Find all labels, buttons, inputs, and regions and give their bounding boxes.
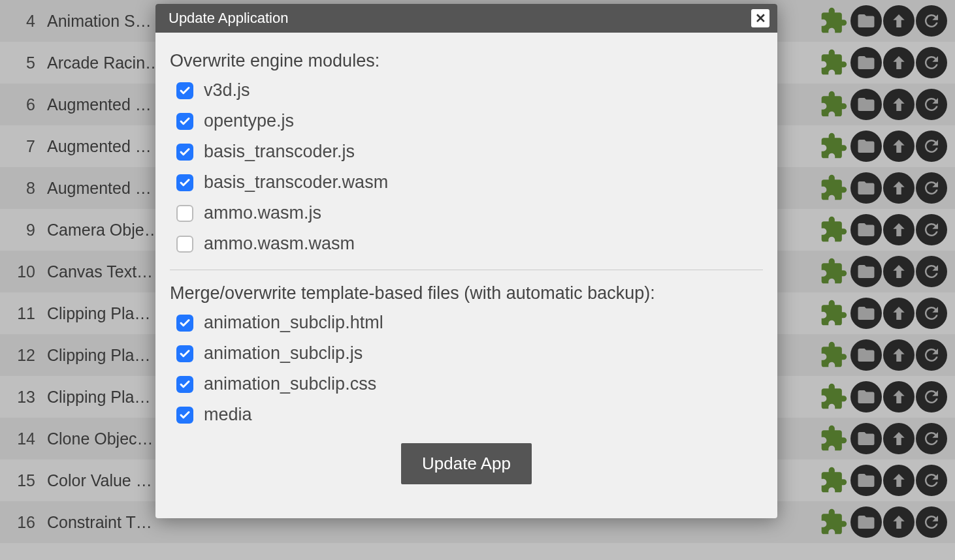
checkbox-label: basis_transcoder.wasm: [204, 172, 388, 193]
checkbox-label: basis_transcoder.js: [204, 142, 355, 162]
modal-header: Update Application ✕: [155, 4, 777, 33]
close-button[interactable]: ✕: [751, 9, 769, 27]
engine-modules-heading: Overwrite engine modules:: [170, 51, 763, 71]
modal-body: Overwrite engine modules: v3d.js opentyp…: [155, 33, 777, 518]
template-file-item[interactable]: media: [176, 405, 763, 425]
update-application-modal: Update Application ✕ Overwrite engine mo…: [155, 4, 777, 518]
engine-modules-list: v3d.js opentype.js basis_transcoder.js b…: [176, 80, 763, 254]
engine-module-item[interactable]: ammo.wasm.js: [176, 203, 763, 223]
checkbox-label: animation_subclip.js: [204, 343, 363, 364]
modal-footer: Update App: [170, 441, 763, 503]
template-file-item[interactable]: animation_subclip.js: [176, 343, 763, 364]
checkbox-label: ammo.wasm.wasm: [204, 234, 355, 254]
checkbox[interactable]: [176, 407, 193, 424]
template-files-heading: Merge/overwrite template-based files (wi…: [170, 283, 763, 303]
engine-module-item[interactable]: opentype.js: [176, 111, 763, 131]
checkbox-label: animation_subclip.css: [204, 374, 376, 394]
checkbox-label: v3d.js: [204, 80, 250, 101]
checkbox[interactable]: [176, 236, 193, 253]
engine-module-item[interactable]: ammo.wasm.wasm: [176, 234, 763, 254]
template-file-item[interactable]: animation_subclip.html: [176, 313, 763, 333]
checkbox[interactable]: [176, 82, 193, 99]
checkbox[interactable]: [176, 376, 193, 393]
checkbox[interactable]: [176, 113, 193, 130]
checkbox-label: animation_subclip.html: [204, 313, 383, 333]
checkbox[interactable]: [176, 205, 193, 222]
checkbox-label: ammo.wasm.js: [204, 203, 321, 223]
template-files-list: animation_subclip.html animation_subclip…: [176, 313, 763, 425]
modal-title: Update Application: [169, 10, 288, 27]
checkbox-label: opentype.js: [204, 111, 294, 131]
engine-module-item[interactable]: basis_transcoder.wasm: [176, 172, 763, 193]
engine-module-item[interactable]: basis_transcoder.js: [176, 142, 763, 162]
template-file-item[interactable]: animation_subclip.css: [176, 374, 763, 394]
checkbox[interactable]: [176, 315, 193, 332]
checkbox[interactable]: [176, 345, 193, 362]
checkbox[interactable]: [176, 174, 193, 191]
checkbox[interactable]: [176, 144, 193, 161]
divider: [170, 270, 763, 270]
engine-module-item[interactable]: v3d.js: [176, 80, 763, 101]
update-app-button[interactable]: Update App: [401, 443, 532, 484]
checkbox-label: media: [204, 405, 252, 425]
close-icon: ✕: [755, 10, 766, 26]
